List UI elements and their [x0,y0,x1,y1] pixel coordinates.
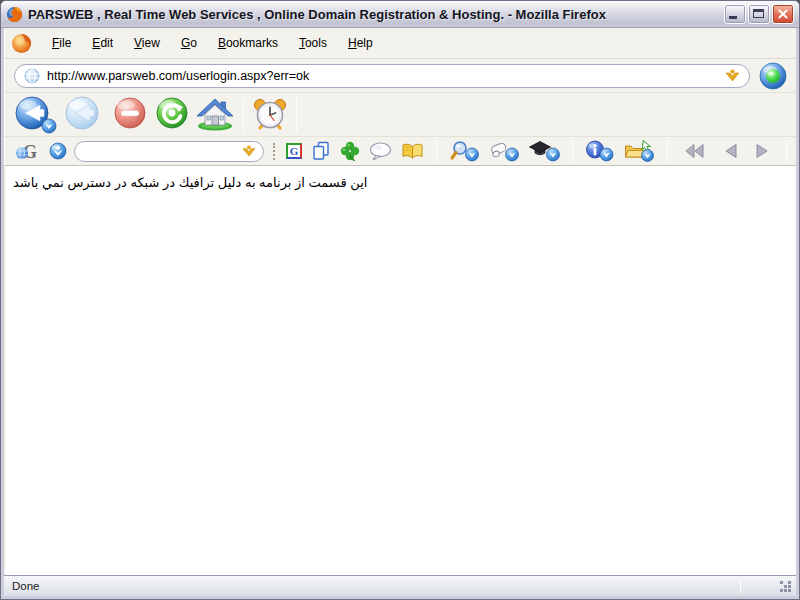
go-button[interactable] [759,62,787,90]
history-rewind-button[interactable] [682,138,707,164]
copy-pages-icon [311,141,331,161]
history-forward-icon [755,143,769,159]
search-input[interactable] [82,143,237,159]
toolbar-separator [786,140,787,162]
firefox-menu-icon [11,33,32,54]
toolbar-separator [296,98,297,132]
site-globe-icon [24,68,40,84]
page-tools-button[interactable] [487,138,522,164]
lucky-button[interactable] [338,138,362,164]
forward-button[interactable] [61,95,103,135]
maximize-icon [753,9,764,18]
page-message: این قسمت از برنامه به دلیل ترافیك در شبك… [5,166,796,199]
address-toolbar: http://www.parsweb.com/userlogin.aspx?er… [4,59,796,93]
menu-view[interactable]: View [125,33,169,53]
alarm-clock-icon [252,97,288,133]
graduation-cap-icon [529,140,560,162]
back-icon [13,95,59,135]
reload-icon [153,95,191,135]
clover-icon [340,141,360,161]
open-book-icon [401,142,424,161]
reload-button[interactable] [151,95,193,135]
menubar: File Edit View Go Bookmarks Tools Help [4,28,796,59]
glove-icon [489,140,520,162]
history-back-icon [724,143,738,159]
menu-tools[interactable]: Tools [290,33,336,53]
toolbar-separator [667,140,668,162]
page-info-button[interactable] [583,138,616,164]
menu-file[interactable]: File [43,33,80,53]
statusbar-separator [740,579,741,593]
resize-grip[interactable] [780,581,783,584]
history-back-button[interactable] [722,138,740,164]
site-search-button[interactable] [447,138,482,164]
home-button[interactable] [193,95,237,135]
stop-icon [111,95,149,135]
toolbar-separator [436,140,437,162]
alarm-clock-button[interactable] [250,95,290,135]
toolbar-separator [572,140,573,162]
home-icon [195,96,235,134]
firefox-logo-icon [6,6,23,23]
navigation-toolbar [4,93,796,137]
back-button[interactable] [11,95,61,135]
history-forward-button[interactable] [753,138,771,164]
status-bar: Done [4,575,796,596]
search-marker-icon[interactable] [242,145,256,157]
speech-bubble-icon [369,142,392,161]
history-rewind-icon [684,143,705,159]
google-globe-icon: G [14,141,40,162]
forward-icon [63,95,101,135]
toolbar-separator [243,98,244,132]
google-globe-button[interactable]: G [12,138,42,164]
status-text: Done [12,580,40,592]
toolbar-grippy[interactable] [273,143,275,160]
url-text: http://www.parsweb.com/userlogin.aspx?er… [47,69,718,83]
search-drop-button[interactable] [47,138,69,164]
minimize-icon [729,16,737,19]
googlebar-toolbar: G G [4,137,796,166]
close-button[interactable] [772,4,794,24]
titlebar[interactable]: PARSWEB , Real Time Web Services , Onlin… [1,1,799,28]
dictionary-button[interactable] [399,138,426,164]
window-controls [724,4,794,24]
google-search-box[interactable] [74,141,264,162]
comments-button[interactable] [367,138,394,164]
window-title: PARSWEB , Real Time Web Services , Onlin… [28,7,719,22]
magnifier-icon [449,140,480,162]
info-icon [585,140,614,162]
copy-button[interactable] [309,138,333,164]
menu-go[interactable]: Go [172,33,206,53]
page-content: این قسمت از برنامه به دلیل ترافیك در شبك… [4,166,796,575]
scholar-button[interactable] [527,138,562,164]
menu-bookmarks[interactable]: Bookmarks [209,33,287,53]
open-folder-icon [623,140,655,162]
menu-edit[interactable]: Edit [83,33,122,53]
google-home-button[interactable]: G [284,138,304,164]
search-drop-ball-icon [49,142,67,160]
menu-help[interactable]: Help [339,33,382,53]
url-bar[interactable]: http://www.parsweb.com/userlogin.aspx?er… [14,64,750,88]
url-marker-icon[interactable] [725,69,740,82]
minimize-button[interactable] [724,4,746,24]
firefox-window: PARSWEB , Real Time Web Services , Onlin… [0,0,800,600]
stop-button[interactable] [109,95,151,135]
open-page-button[interactable] [621,138,657,164]
google-favicon-icon: G [286,143,302,159]
maximize-button[interactable] [748,4,770,24]
